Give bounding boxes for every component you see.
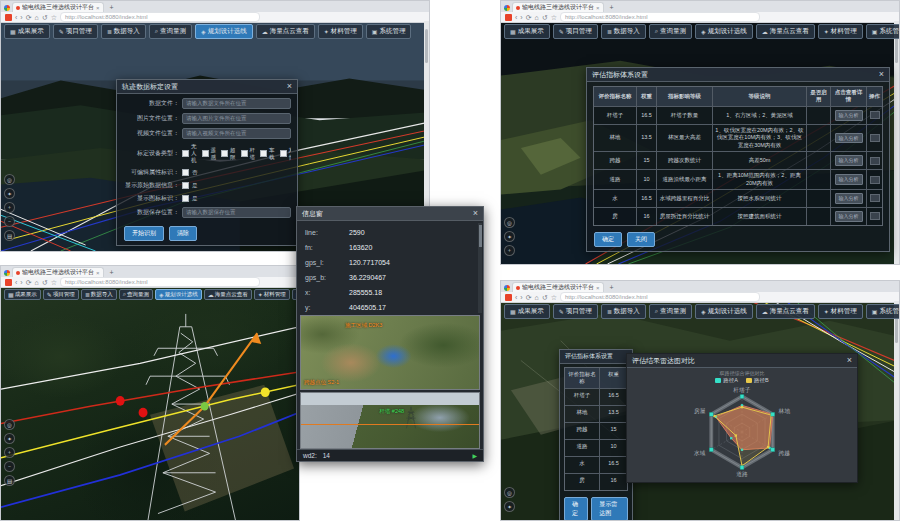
back-button[interactable]: ‹ (15, 279, 17, 286)
checkbox[interactable] (260, 150, 267, 157)
browser-tab[interactable]: 输电线路三维选线设计平台× (512, 282, 604, 292)
forward-button[interactable]: › (520, 14, 522, 21)
home-button[interactable]: ⌂ (35, 279, 39, 286)
forward-button[interactable]: › (520, 294, 522, 301)
row-checkbox[interactable] (870, 176, 880, 184)
panel-scrollbar[interactable] (478, 223, 482, 313)
start-recognize-button[interactable]: 开始识别 (124, 226, 164, 241)
row-checkbox[interactable] (870, 212, 880, 220)
checkbox[interactable] (221, 150, 228, 157)
browser-scrollbar[interactable] (894, 21, 899, 264)
close-icon[interactable]: × (287, 82, 292, 91)
back-button[interactable]: ‹ (15, 14, 17, 21)
map-control-button-2[interactable]: ✦ (4, 188, 15, 199)
map-control-button-5[interactable]: ▤ (4, 230, 15, 241)
bookmark-star[interactable]: ☆ (51, 279, 57, 286)
input-analysis-button[interactable]: 输入分析 (835, 211, 863, 222)
map-control-button-3[interactable]: ＋ (4, 447, 15, 458)
toolbar-button-7[interactable]: ✦材料管理 (818, 24, 863, 39)
toolbar-button-6[interactable]: ☁海量点云查看 (756, 304, 815, 319)
close-icon[interactable]: × (473, 209, 478, 218)
text-input-2[interactable]: 请输入图片文件所在位置 (182, 113, 291, 124)
new-tab-button[interactable]: + (606, 3, 618, 12)
toolbar-button-3[interactable]: ≣数据导入 (601, 24, 646, 39)
forward-button[interactable]: › (20, 279, 22, 286)
row-checkbox[interactable] (870, 111, 880, 119)
map-control-button-1[interactable]: ◎ (4, 174, 15, 185)
map-3d-scene[interactable]: ▦成果展示✎项目管理≣数据导入⌕查询量测◈规划设计选线☁海量点云查看✦材料管理▣… (501, 21, 899, 264)
toolbar-button-1[interactable]: ▦成果展示 (4, 289, 41, 300)
refresh-button[interactable]: ⟳ (526, 294, 532, 301)
toolbar-button-6[interactable]: ☁海量点云查看 (204, 289, 252, 300)
tab-close-icon[interactable]: × (96, 270, 100, 276)
back-button[interactable]: ‹ (515, 14, 517, 21)
address-bar[interactable]: http://localhost:8080/index.html (560, 12, 760, 22)
toolbar-button-3[interactable]: ≣数据导入 (81, 289, 117, 300)
checkbox[interactable] (182, 182, 189, 189)
map-control-button-5[interactable]: ▤ (4, 475, 15, 486)
play-icon[interactable]: ▶ (472, 452, 477, 459)
browser-tab[interactable]: 输电线路三维选线设计平台× (512, 2, 604, 12)
toolbar-button-4[interactable]: ⌕查询量测 (649, 304, 692, 319)
bookmark-star[interactable]: ☆ (51, 14, 57, 21)
map-3d-scene[interactable]: ▦成果展示✎项目管理≣数据导入⌕查询量测◈规划设计选线☁海量点云查看✦材料管理▣… (1, 286, 299, 520)
toolbar-button-5[interactable]: ◈规划设计选线 (695, 304, 753, 319)
history-button[interactable]: ↺ (42, 14, 48, 21)
input-analysis-button[interactable]: 输入分析 (835, 155, 863, 166)
toolbar-button-7[interactable]: ✦材料管理 (818, 304, 863, 319)
history-button[interactable]: ↺ (42, 279, 48, 286)
home-button[interactable]: ⌂ (535, 14, 539, 21)
show-radar-button[interactable]: 显示雷达图 (591, 497, 628, 520)
map-control-button-1[interactable]: ◎ (4, 419, 15, 430)
map-control-button-4[interactable]: － (4, 216, 15, 227)
checkbox[interactable] (182, 195, 189, 202)
browser-tab[interactable]: 输电线路三维选线设计平台× (12, 2, 104, 12)
toolbar-button-2[interactable]: ✎项目管理 (553, 24, 598, 39)
back-button[interactable]: ‹ (515, 294, 517, 301)
refresh-button[interactable]: ⟳ (526, 14, 532, 21)
toolbar-button-8[interactable]: ▣系统管理 (366, 24, 412, 39)
close-button[interactable]: 关闭 (627, 232, 655, 247)
tab-close-icon[interactable]: × (596, 285, 600, 291)
history-button[interactable]: ↺ (542, 294, 548, 301)
bookmark-star[interactable]: ☆ (551, 294, 557, 301)
map-control-button-2[interactable]: ✦ (4, 433, 15, 444)
checkbox[interactable] (241, 150, 248, 157)
new-tab-button[interactable]: + (606, 283, 618, 292)
toolbar-button-4[interactable]: ⌕查询量测 (119, 289, 153, 300)
checkbox[interactable] (280, 150, 287, 157)
row-checkbox[interactable] (870, 157, 880, 165)
toolbar-button-2[interactable]: ✎项目管理 (553, 304, 598, 319)
map-control-button-2[interactable]: ✦ (504, 231, 515, 242)
row-checkbox[interactable] (870, 134, 880, 142)
toolbar-button-4[interactable]: ⌕查询量测 (149, 24, 192, 39)
input-analysis-button[interactable]: 输入分析 (835, 174, 863, 185)
map-control-button-4[interactable]: － (4, 461, 15, 472)
toolbar-button-1[interactable]: ▦成果展示 (4, 24, 50, 39)
toolbar-button-3[interactable]: ≣数据导入 (101, 24, 146, 39)
close-icon[interactable]: × (847, 356, 852, 365)
close-icon[interactable]: × (879, 70, 884, 79)
forward-button[interactable]: › (20, 14, 22, 21)
save-path-input[interactable]: 请输入数据保存位置 (182, 207, 291, 218)
checkbox[interactable] (182, 169, 189, 176)
new-tab-button[interactable]: + (106, 3, 118, 12)
history-button[interactable]: ↺ (542, 14, 548, 21)
input-analysis-button[interactable]: 输入分析 (835, 133, 863, 144)
toolbar-button-5[interactable]: ◈规划设计选线 (155, 289, 202, 300)
home-button[interactable]: ⌂ (35, 14, 39, 21)
address-bar[interactable]: http://localhost:8080/index.html (60, 277, 260, 287)
tab-close-icon[interactable]: × (96, 5, 100, 11)
map-control-button-2[interactable]: ✦ (504, 501, 515, 512)
toolbar-button-6[interactable]: ☁海量点云查看 (756, 24, 815, 39)
refresh-button[interactable]: ⟳ (26, 14, 32, 21)
row-checkbox[interactable] (870, 194, 880, 202)
toolbar-button-1[interactable]: ▦成果展示 (504, 304, 550, 319)
toolbar-button-8[interactable]: ▣系统管理 (866, 24, 899, 39)
toolbar-button-4[interactable]: ⌕查询量测 (649, 24, 692, 39)
map-3d-scene[interactable]: ▦成果展示✎项目管理≣数据导入⌕查询量测◈规划设计选线☁海量点云查看✦材料管理▣… (501, 301, 899, 520)
toolbar-button-7[interactable]: ✦材料管理 (254, 289, 290, 300)
text-input-1[interactable]: 请输入数据文件所在位置 (182, 98, 291, 109)
confirm-button[interactable]: 确定 (564, 497, 588, 520)
toolbar-button-6[interactable]: ☁海量点云查看 (256, 24, 315, 39)
